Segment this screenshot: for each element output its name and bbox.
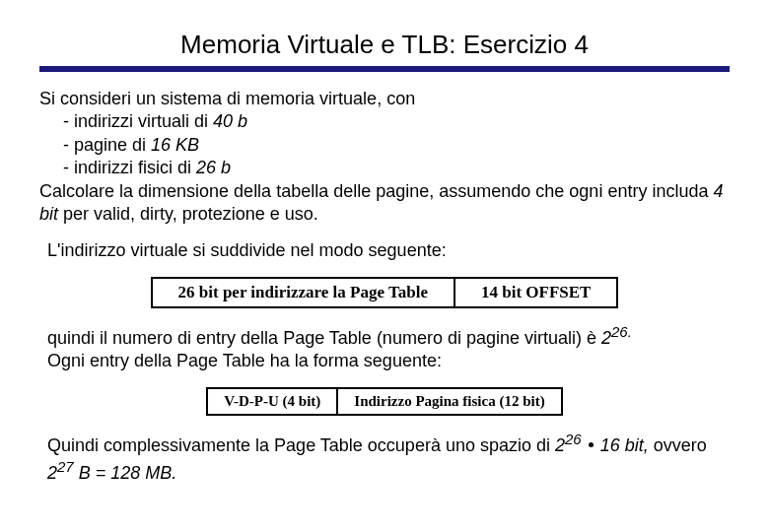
final-base2: 2: [47, 463, 57, 483]
bullet-page-size-val: 16 KB: [151, 135, 199, 155]
bullet-page-size: - pagine di 16 KB: [39, 135, 199, 155]
slide-title: Memoria Virtuale e TLB: Esercizio 4: [39, 30, 730, 60]
virtual-addr-split-label: L'indirizzo virtuale si suddivide nel mo…: [47, 239, 730, 262]
entries-explanation: quindi il numero di entry della Page Tab…: [47, 322, 730, 373]
entries-exp: 26.: [611, 323, 632, 340]
virtual-addr-diagram: 26 bit per indirizzare la Page Table 14 …: [39, 277, 730, 308]
calc-text-c: per valid, dirty, protezione e uso.: [58, 204, 318, 224]
final-exp1: 26: [565, 431, 582, 447]
calc-text-a: Calcolare la dimensione della tabella de…: [39, 181, 713, 201]
bullet-virtual-addr-val: 40 b: [213, 111, 247, 131]
mult-dot-icon: [589, 442, 594, 447]
final-h: B = 128 MB.: [74, 463, 177, 483]
bullet-physical-addr-val: 26 b: [196, 158, 231, 177]
intro-line: Si consideri un sistema di memoria virtu…: [39, 89, 415, 108]
problem-statement: Si consideri un sistema di memoria virtu…: [39, 88, 730, 226]
bullet-virtual-addr: - indirizzi virtuali di 40 b: [39, 111, 247, 131]
offset-cell: 14 bit OFFSET: [455, 279, 616, 306]
bullet-virtual-addr-text: - indirizzi virtuali di: [63, 111, 213, 131]
entries-text-d: Ogni entry della Page Table ha la forma …: [47, 351, 442, 370]
final-calculation: Quindi complessivamente la Page Table oc…: [47, 430, 730, 486]
bullet-page-size-text: - pagine di: [63, 135, 151, 155]
final-a: Quindi complessivamente la Page Table oc…: [47, 435, 555, 455]
page-entry-diagram: V-D-P-U (4 bit) Indirizzo Pagina fisica …: [39, 387, 730, 416]
bullet-physical-addr: - indirizzi fisici di 26 b: [39, 158, 231, 177]
phys-addr-cell: Indirizzo Pagina fisica (12 bit): [338, 389, 560, 414]
title-divider: [39, 66, 730, 72]
final-d: 16 bit,: [600, 435, 649, 455]
flags-cell: V-D-P-U (4 bit): [208, 389, 338, 414]
bullet-physical-addr-text: - indirizzi fisici di: [63, 158, 196, 177]
final-e: ovvero: [649, 435, 707, 455]
final-exp2: 27: [57, 458, 74, 475]
entries-base: 2: [601, 328, 611, 348]
entries-text-a: quindi il numero di entry della Page Tab…: [47, 328, 601, 348]
page-table-index-cell: 26 bit per indirizzare la Page Table: [153, 279, 455, 306]
final-base1: 2: [555, 435, 565, 455]
